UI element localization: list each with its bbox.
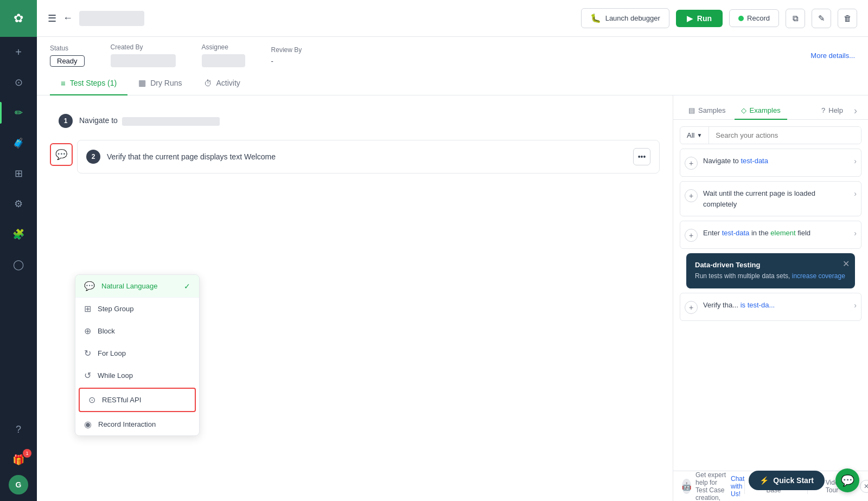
chevron-right-icon-2: › xyxy=(854,189,857,198)
tab-activity[interactable]: ⏱ Activity xyxy=(193,72,251,95)
action-item-enter[interactable]: + Enter test-data in the element field › xyxy=(680,221,861,249)
step-text-1: Navigate to xyxy=(79,116,651,125)
add-verify-icon: + xyxy=(685,301,698,314)
help-circle-icon: ? xyxy=(821,106,825,114)
sidebar-bottom: ? 🎁 1 G xyxy=(0,414,37,501)
record-dot-icon xyxy=(738,16,744,21)
diamond-icon: ◇ xyxy=(741,106,746,114)
sidebar-item-add[interactable]: + xyxy=(0,37,37,67)
sidebar-item-briefcase[interactable]: 🧳 xyxy=(0,128,37,158)
assignee-label: Assignee xyxy=(202,43,245,51)
add-enter-icon: + xyxy=(685,229,698,242)
sidebar-item-gift[interactable]: 🎁 1 xyxy=(0,445,37,475)
chevron-right-icon-4: › xyxy=(854,301,857,310)
quick-start-button[interactable]: ⚡ Quick Start xyxy=(749,471,825,490)
steps-panel: 1 Navigate to 💬 2 Verify that the curren… xyxy=(37,95,673,501)
dropdown-item-block[interactable]: ⊕ Block xyxy=(75,320,199,342)
tooltip-close-button[interactable]: ✕ xyxy=(843,259,850,269)
right-tab-examples[interactable]: ◇ Examples xyxy=(735,102,787,120)
avatar[interactable]: G xyxy=(9,475,28,494)
help-label: Help xyxy=(828,106,843,114)
review-by-label: Review By xyxy=(271,46,302,54)
restful-icon: ⊙ xyxy=(88,395,95,405)
natural-language-icon: 💬 xyxy=(55,149,67,160)
dropdown-item-for-loop[interactable]: ↻ For Loop xyxy=(75,342,199,364)
copy-icon: ⧉ xyxy=(793,14,799,23)
step-text-2: Verify that the current page displays te… xyxy=(107,152,627,161)
main-tabs: ≡ Test Steps (1) ▦ Dry Runs ⏱ Activity xyxy=(37,72,868,95)
add-wait-icon: + xyxy=(685,189,698,202)
step-menu-button-2[interactable]: ••• xyxy=(633,148,650,165)
action-item-wait[interactable]: + Wait until the current page is loaded … xyxy=(680,181,861,216)
launch-debugger-button[interactable]: 🐛 Launch debugger xyxy=(581,8,669,28)
dropdown-item-record-interaction[interactable]: ◉ Record Interaction xyxy=(75,413,199,435)
sidebar-item-extensions[interactable]: 🧩 xyxy=(0,219,37,249)
app-logo[interactable]: ✿ xyxy=(0,0,37,37)
created-by-value xyxy=(111,54,176,67)
step-item-2: 2 Verify that the current page displays … xyxy=(77,140,660,174)
chat-bubble-button[interactable]: 💬 xyxy=(835,468,859,492)
examples-label: Examples xyxy=(750,106,781,114)
dropdown-item-restful-api[interactable]: ⊙ RESTful API xyxy=(79,388,196,412)
chat-icon: 💬 xyxy=(841,474,854,487)
dropdown-item-step-group[interactable]: ⊞ Step Group xyxy=(75,298,199,320)
debugger-label: Launch debugger xyxy=(605,14,660,22)
assignee-value xyxy=(202,54,245,67)
content-area: 1 Navigate to 💬 2 Verify that the curren… xyxy=(37,95,868,501)
right-panel-expand-icon[interactable]: › xyxy=(852,103,859,119)
chat-link[interactable]: Chat with Us! xyxy=(731,475,744,498)
delete-button[interactable]: 🗑 xyxy=(838,9,857,28)
step-type-dropdown: 💬 Natural Language ✓ ⊞ Step Group ⊕ Bloc… xyxy=(75,274,200,436)
lightning-icon: ⚡ xyxy=(760,476,769,485)
while-loop-icon: ↺ xyxy=(84,370,91,381)
step-number-2: 2 xyxy=(86,150,100,164)
sidebar-item-edit[interactable]: ✏ xyxy=(0,98,37,128)
search-input[interactable] xyxy=(709,127,861,144)
run-button[interactable]: ▶ Run xyxy=(676,10,723,27)
circle-icon: ◯ xyxy=(13,259,24,271)
status-label: Status xyxy=(50,44,85,52)
main-content: ☰ ← 🐛 Launch debugger ▶ Run Record ⧉ ✎ 🗑… xyxy=(37,0,868,501)
tab-test-steps[interactable]: ≡ Test Steps (1) xyxy=(50,72,127,95)
status-section: Status Ready xyxy=(50,44,85,67)
close-bar-button[interactable]: ✕ xyxy=(860,480,868,493)
sidebar-item-analytics[interactable]: ◯ xyxy=(0,249,37,280)
sidebar-item-settings[interactable]: ⚙ xyxy=(0,189,37,219)
sidebar: ✿ + ⊙ ✏ 🧳 ⊞ ⚙ 🧩 ◯ ? 🎁 1 G xyxy=(0,0,37,501)
step-type-selector[interactable]: 💬 xyxy=(50,143,73,166)
dropdown-item-while-loop[interactable]: ↺ While Loop xyxy=(75,364,199,387)
record-interaction-icon: ◉ xyxy=(84,419,92,429)
table-icon: ▦ xyxy=(138,78,146,88)
more-details-link[interactable]: More details... xyxy=(810,52,855,60)
samples-icon: ▤ xyxy=(688,106,695,114)
sidebar-item-grid[interactable]: ⊞ xyxy=(0,158,37,189)
right-tab-help[interactable]: ? Help xyxy=(815,102,850,120)
run-icon: ▶ xyxy=(687,14,693,23)
menu-button[interactable]: ☰ xyxy=(48,12,56,24)
grid-icon: ⊞ xyxy=(15,168,23,179)
pencil-icon: ✎ xyxy=(818,14,825,23)
step-row-2: 💬 2 Verify that the current page display… xyxy=(50,140,660,178)
right-tab-samples[interactable]: ▤ Samples xyxy=(682,102,732,120)
record-button[interactable]: Record xyxy=(729,9,779,27)
dropdown-item-natural-language[interactable]: 💬 Natural Language ✓ xyxy=(75,275,199,297)
search-filter-dropdown[interactable]: All ▼ xyxy=(680,127,709,144)
meta-bar: Status Ready Created By Assignee Review … xyxy=(37,37,868,67)
sidebar-item-help[interactable]: ? xyxy=(0,414,37,445)
tab-dry-runs[interactable]: ▦ Dry Runs xyxy=(127,72,193,95)
check-icon: ✓ xyxy=(184,282,190,291)
chevron-down-icon: ▼ xyxy=(697,132,702,138)
right-panel-tabs: ▤ Samples ◇ Examples ? Help › xyxy=(673,95,868,120)
bug-icon: 🐛 xyxy=(590,13,601,23)
puzzle-icon: 🧩 xyxy=(12,228,24,240)
sidebar-item-dashboard[interactable]: ⊙ xyxy=(0,67,37,98)
help-avatar-icon: 🤖 xyxy=(682,479,691,494)
back-button[interactable]: ← xyxy=(63,12,73,24)
help-icon: ? xyxy=(16,424,21,435)
action-item-navigate[interactable]: + Navigate to test-data › xyxy=(680,149,861,177)
step-item-1: 1 Navigate to xyxy=(50,106,660,136)
add-icon: + xyxy=(15,46,22,59)
copy-button[interactable]: ⧉ xyxy=(786,9,805,28)
action-item-verify[interactable]: + Verify tha... is test-da... › xyxy=(680,293,861,321)
edit-button[interactable]: ✎ xyxy=(812,9,831,28)
